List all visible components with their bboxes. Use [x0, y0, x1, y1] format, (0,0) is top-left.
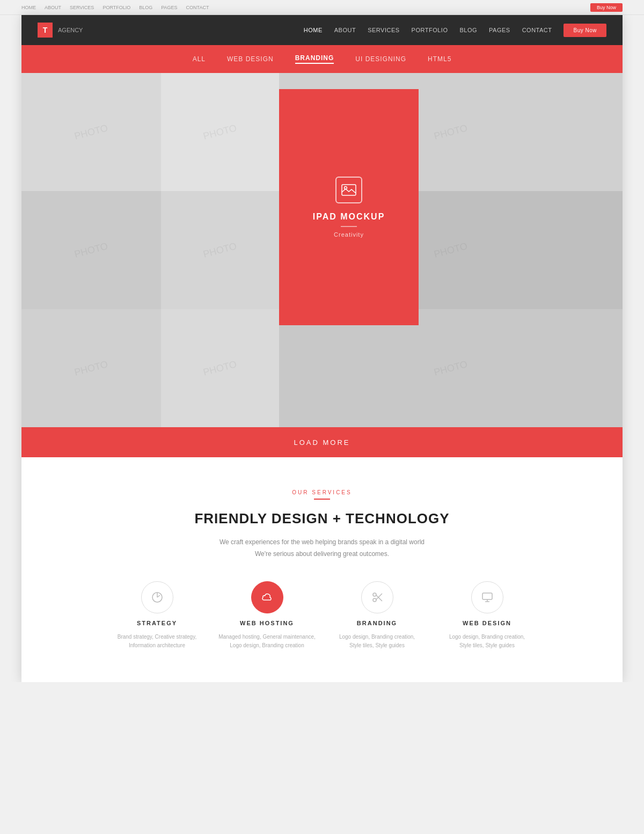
filter-branding[interactable]: BRANDING [295, 54, 334, 64]
portfolio-cell-7[interactable]: PHOTO [21, 309, 161, 427]
svg-point-5 [373, 593, 376, 596]
services-desc-line1: We craft experiences for the web helping… [219, 538, 425, 546]
watermark-8: PHOTO [161, 309, 279, 427]
featured-card[interactable]: IPAD MOCKUP Creativity [279, 89, 419, 325]
branding-desc: Logo design, Branding creation, Style ti… [339, 633, 415, 650]
svg-point-6 [373, 598, 376, 602]
service-web-design: WEB DESIGN Logo design, Branding creatio… [437, 581, 537, 650]
logo-area: T AGENCY [38, 23, 83, 38]
portfolio-cell-9[interactable]: PHOTO [279, 309, 623, 427]
services-grid: STRATEGY Brand strategy, Creative strate… [107, 581, 537, 650]
web-design-name: WEB DESIGN [463, 620, 511, 626]
featured-card-title: IPAD MOCKUP [313, 212, 385, 222]
services-desc-line2: We're serious about delivering great out… [255, 550, 389, 558]
top-nav-links: HOME ABOUT SERVICES PORTFOLIO BLOG PAGES… [21, 5, 209, 10]
branding-icon-wrap [361, 581, 393, 613]
load-more-bar[interactable]: LOAD MORE [21, 427, 623, 457]
watermark-9: PHOTO [279, 309, 623, 427]
top-nav-services[interactable]: SERVICES [70, 5, 94, 10]
cloud-icon [261, 591, 273, 603]
web-hosting-name: WEB HOSTING [240, 620, 294, 626]
portfolio-grid: PHOTO PHOTO PHOTO PHOTO PHOTO [21, 73, 623, 427]
featured-card-icon [335, 177, 362, 203]
top-nav-pages[interactable]: PAGES [161, 5, 177, 10]
services-label: OUR SERVICES [43, 489, 601, 495]
strategy-name: STRATEGY [137, 620, 177, 626]
service-branding: BRANDING Logo design, Branding creation,… [327, 581, 427, 650]
nav-pages[interactable]: PAGES [489, 27, 510, 33]
web-design-desc: Logo design, Branding creation, Style ti… [449, 633, 525, 650]
services-title: FRIENDLY DESIGN + TECHNOLOGY [43, 510, 601, 527]
image-icon [341, 184, 356, 196]
monitor-icon [481, 591, 493, 603]
filter-ui-designing[interactable]: UI DESIGNING [355, 55, 406, 63]
services-divider [314, 499, 330, 500]
portfolio-cell-1[interactable]: PHOTO [21, 73, 161, 191]
filter-web-design[interactable]: WEB DESIGN [227, 55, 274, 63]
watermark-7: PHOTO [21, 309, 161, 427]
nav-links: HOME ABOUT SERVICES PORTFOLIO BLOG PAGES… [304, 24, 606, 37]
strategy-desc: Brand strategy, Creative strategy, Infor… [118, 633, 196, 650]
top-buy-button[interactable]: Buy Now [590, 3, 623, 12]
top-nav-contact[interactable]: CONTACT [186, 5, 209, 10]
svg-rect-9 [482, 593, 492, 599]
web-hosting-desc: Managed hosting, General maintenance, Lo… [218, 633, 316, 650]
web-hosting-icon-wrap [251, 581, 283, 613]
nav-portfolio[interactable]: PORTFOLIO [412, 27, 448, 33]
watermark-1: PHOTO [21, 73, 161, 191]
logo-icon: T [38, 23, 53, 38]
portfolio-row-2: PHOTO PHOTO IPAD MOCKUP Creativity [21, 191, 623, 309]
strategy-icon [151, 591, 163, 603]
filter-all[interactable]: ALL [193, 55, 206, 63]
portfolio-cell-4[interactable]: PHOTO [21, 191, 161, 309]
portfolio-cell-2[interactable]: PHOTO [161, 73, 279, 191]
browser-top-bar: HOME ABOUT SERVICES PORTFOLIO BLOG PAGES… [0, 0, 644, 15]
service-web-hosting: WEB HOSTING Managed hosting, General mai… [217, 581, 317, 650]
nav-services[interactable]: SERVICES [368, 27, 399, 33]
watermark-2: PHOTO [161, 73, 279, 191]
nav-contact[interactable]: CONTACT [522, 27, 552, 33]
web-design-icon-wrap [471, 581, 503, 613]
watermark-5: PHOTO [161, 191, 279, 309]
nav-home[interactable]: HOME [304, 27, 323, 33]
filter-bar: ALL WEB DESIGN BRANDING UI DESIGNING HTM… [21, 45, 623, 73]
portfolio-cell-5[interactable]: PHOTO [161, 191, 279, 309]
top-nav-blog[interactable]: BLOG [139, 5, 152, 10]
filter-html5[interactable]: HTML5 [428, 55, 451, 63]
watermark-4: PHOTO [21, 191, 161, 309]
service-strategy: STRATEGY Brand strategy, Creative strate… [107, 581, 207, 650]
logo-text: AGENCY [58, 27, 83, 33]
branding-name: BRANDING [357, 620, 397, 626]
top-nav-about[interactable]: ABOUT [45, 5, 61, 10]
services-section: OUR SERVICES FRIENDLY DESIGN + TECHNOLOG… [21, 457, 623, 682]
top-nav-portfolio[interactable]: PORTFOLIO [103, 5, 130, 10]
portfolio-row-3: PHOTO PHOTO PHOTO [21, 309, 623, 427]
services-desc: We craft experiences for the web helping… [215, 537, 429, 560]
featured-card-subtitle: Creativity [334, 231, 364, 238]
nav-blog[interactable]: BLOG [459, 27, 477, 33]
featured-card-divider [341, 226, 357, 227]
strategy-icon-wrap [141, 581, 173, 613]
load-more-text: LOAD MORE [294, 438, 350, 447]
navbar: T AGENCY HOME ABOUT SERVICES PORTFOLIO B… [21, 15, 623, 45]
nav-about[interactable]: ABOUT [334, 27, 356, 33]
buy-now-button[interactable]: Buy Now [564, 24, 606, 37]
scissors-icon [371, 591, 383, 603]
top-nav-home[interactable]: HOME [21, 5, 36, 10]
portfolio-cell-8[interactable]: PHOTO [161, 309, 279, 427]
site-wrapper: T AGENCY HOME ABOUT SERVICES PORTFOLIO B… [21, 15, 623, 682]
